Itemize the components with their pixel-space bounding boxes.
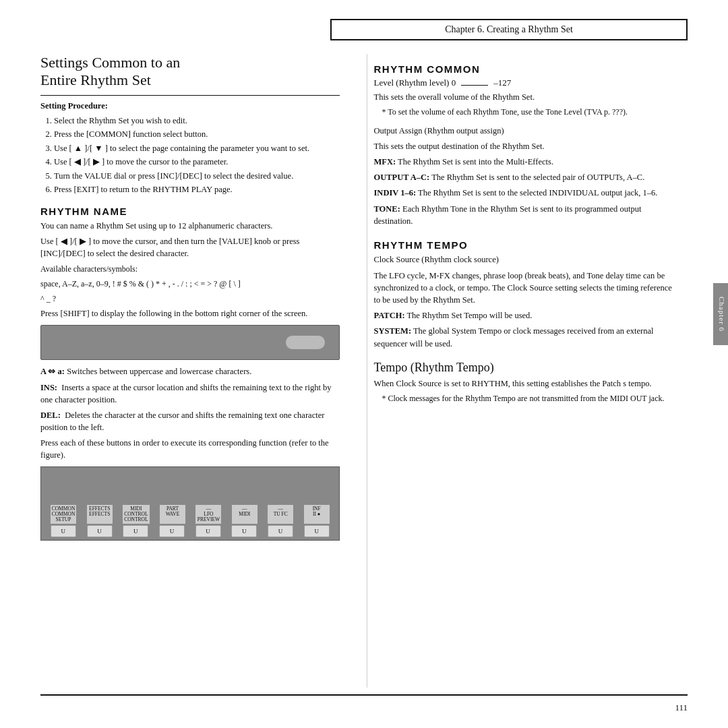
level-desc: This sets the overall volume of the Rhyt…: [374, 91, 673, 103]
chapter-header: Chapter 6. Creating a Rhythm Set: [330, 19, 688, 40]
available-chars-label: Available characters/symbols:: [40, 263, 340, 275]
panel-label-row: COMMON COMMON SETUP EFFECTS EFFECTS MIDI…: [41, 505, 339, 524]
indiv-text: INDIV 1–6: The Rhythm Set is sent to the…: [374, 187, 673, 199]
available-chars-text2: ^ _ ?: [40, 293, 340, 305]
panel-label-midi2: — MIDI: [232, 505, 257, 524]
setting-procedure-label: Setting Procedure:: [40, 101, 108, 111]
step-3: Use [ ▲ ]/[ ▼ ] to select the page conta…: [54, 143, 340, 155]
screen-oval-button: [285, 335, 326, 350]
panel-btn-6[interactable]: U: [231, 525, 257, 537]
tempo-rhythm-title: Tempo (Rhythm Tempo): [374, 361, 673, 375]
page-number: 111: [675, 702, 688, 713]
uppercase-desc: A ⇔ a: Switches between uppercase and lo…: [40, 365, 340, 377]
level-note: To set the volume of each Rhythm Tone, u…: [382, 107, 673, 118]
step-4: Use [ ◀ ]/[ ▶ ] to move the cursor to th…: [54, 156, 340, 169]
output-ac-text: OUTPUT A–C: The Rhythm Set is sent to th…: [374, 171, 673, 183]
section-title: Settings Common to an Entire Rhythm Set: [40, 54, 340, 90]
panel-btn-8[interactable]: U: [304, 525, 330, 537]
level-range: –127: [493, 78, 511, 88]
step-1: Select the Rhythm Set you wish to edit.: [54, 115, 340, 127]
panel-btn-5[interactable]: U: [195, 525, 221, 537]
panel-btn-2[interactable]: U: [87, 525, 113, 537]
rhythm-common-title: Rhythm Common: [374, 63, 673, 75]
title-divider: [40, 95, 340, 96]
panel-label-common: COMMON COMMON SETUP: [51, 505, 77, 524]
clock-source-desc: The LFO cycle, M-FX changes, phrase loop…: [374, 270, 673, 306]
system-text: SYSTEM: The global System Tempo or clock…: [374, 325, 673, 349]
shift-note: Press [SHIFT] to display the following i…: [40, 307, 340, 320]
rhythm-name-p1: You can name a Rhythm Set using up to 12…: [40, 220, 340, 232]
panel-label-effects: EFFECTS EFFECTS: [87, 505, 113, 524]
rhythm-name-p2: Use [ ◀ ]/[ ▶ ] to move the cursor, and …: [40, 235, 340, 260]
panel-btn-4[interactable]: U: [159, 525, 185, 537]
ins-desc: INS: Inserts a space at the cursor locat…: [40, 382, 340, 406]
tempo-desc: When Clock Source is set to RHYTHM, this…: [374, 377, 673, 390]
bottom-bar: [40, 694, 688, 696]
step-2: Press the [COMMON] function select butto…: [54, 129, 340, 141]
clock-source-label: Clock Source (Rhythm clock source): [374, 253, 673, 266]
mfx-text: MFX: The Rhythm Set is sent into the Mul…: [374, 156, 673, 168]
del-label: DEL:: [40, 411, 61, 420]
step-6: Press [EXIT] to return to the RHYTHM PLA…: [54, 184, 340, 196]
chapter-tab: Chapter 6: [713, 283, 728, 345]
right-column: Rhythm Common Level (Rhythm level) 0 –12…: [367, 54, 673, 688]
chapter-title: Chapter 6. Creating a Rhythm Set: [445, 24, 573, 34]
panel-label-tu: — TU FC: [268, 505, 293, 524]
panel-label-part: PART WAVE: [160, 505, 185, 524]
uppercase-label: A ⇔ a:: [40, 367, 65, 376]
screen-mockup-1: [40, 325, 340, 360]
panel-label-inf: INF II ●: [304, 505, 330, 524]
tempo-note: Clock messages for the Rhythm Tempo are …: [382, 393, 673, 404]
output-assign-label: Output Assign (Rhythm output assign): [374, 125, 673, 137]
panel-label-lfo: — LFO PREVIEW: [195, 505, 221, 524]
setting-steps: Select the Rhythm Set you wish to edit. …: [54, 115, 340, 196]
rhythm-tempo-title: Rhythm Tempo: [374, 239, 673, 251]
panel-label-midi: MIDI CONTROL CONTROL: [123, 505, 149, 524]
panel-btn-3[interactable]: U: [123, 525, 148, 537]
step-5: Turn the VALUE dial or press [INC]/[DEC]…: [54, 171, 340, 183]
panel-btn-1[interactable]: U: [51, 525, 76, 537]
panel-mockup: COMMON COMMON SETUP EFFECTS EFFECTS MIDI…: [40, 466, 340, 541]
tone-text: TONE: Each Rhythm Tone in the Rhythm Set…: [374, 203, 673, 227]
output-assign-desc: This sets the output destination of the …: [374, 140, 673, 152]
patch-text: PATCH: The Rhythm Set Tempo will be used…: [374, 309, 673, 322]
main-columns: Settings Common to an Entire Rhythm Set …: [40, 54, 673, 688]
panel-btn-7[interactable]: U: [268, 525, 293, 537]
ins-label: INS:: [40, 383, 57, 392]
page: Chapter 6. Creating a Rhythm Set Chapter…: [0, 0, 728, 728]
panel-button-row: U U U U U U U U: [41, 525, 339, 537]
level-line: Level (Rhythm level) 0 –127: [374, 78, 673, 88]
left-column: Settings Common to an Entire Rhythm Set …: [40, 54, 346, 688]
rhythm-name-title: Rhythm Name: [40, 206, 340, 217]
del-desc: DEL: Deletes the character at the cursor…: [40, 409, 340, 433]
level-label: Level (Rhythm level) 0: [374, 78, 456, 88]
available-chars-text: space, A–Z, a–z, 0–9, ! # $ % & ( ) * + …: [40, 278, 340, 290]
press-buttons-note: Press each of these buttons in order to …: [40, 437, 340, 461]
